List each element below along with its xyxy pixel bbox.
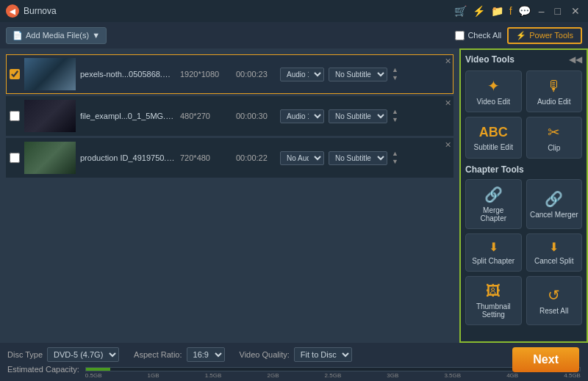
- table-row: ✕ production ID_4919750.vob 720*480 00:0…: [6, 138, 453, 178]
- cancel-split-label: Cancel Split: [534, 257, 573, 265]
- row-close-button[interactable]: ✕: [445, 57, 451, 66]
- video-quality-group: Video Quality: Fit to Disc: [240, 347, 352, 362]
- panel-collapse-icon[interactable]: ◀◀: [569, 54, 582, 65]
- bottom-bar: Disc Type DVD-5 (4.7G) Aspect Ratio: 16:…: [0, 343, 588, 381]
- chapter-tools-grid: 🔗 Merge Chapter 🔗 Cancel Merger ⬇ Split …: [465, 179, 582, 325]
- left-panel: ✕ pexels-noth...0505868.mp4 1920*1080 00…: [0, 48, 459, 343]
- split-chapter-button[interactable]: ⬇ Split Chapter: [465, 233, 522, 272]
- file-thumbnail-3: [24, 142, 76, 174]
- titlebar-left: ◀ Burnova: [6, 4, 57, 18]
- power-icon: ⚡: [516, 31, 526, 40]
- next-button[interactable]: Next: [512, 347, 579, 372]
- cancel-split-icon: ⬇: [549, 240, 559, 254]
- capacity-ticks: 0.5GB 1GB 1.5GB 2GB 2.5GB 3GB 3.5GB 4GB …: [85, 372, 581, 379]
- file-duration-1: 00:00:23: [236, 70, 276, 79]
- cancel-merger-label: Cancel Merger: [530, 211, 578, 219]
- toolbar: 📄 Add Media File(s) ▼ Check All ⚡ Power …: [0, 22, 588, 48]
- app-title: Burnova: [24, 6, 57, 16]
- minimize-button[interactable]: –: [537, 5, 547, 17]
- capacity-label: Estimated Capacity:: [7, 365, 79, 374]
- video-quality-select[interactable]: Fit to Disc: [294, 347, 352, 362]
- table-row: ✕ pexels-noth...0505868.mp4 1920*1080 00…: [6, 54, 453, 94]
- disc-type-label: Disc Type: [7, 350, 43, 359]
- file-checkbox-3[interactable]: [10, 153, 20, 163]
- file-subtitle-select-2[interactable]: No Subtitle: [329, 109, 387, 123]
- merge-chapter-button[interactable]: 🔗 Merge Chapter: [465, 179, 522, 229]
- check-all-checkbox[interactable]: [455, 31, 465, 40]
- file-list: ✕ pexels-noth...0505868.mp4 1920*1080 00…: [6, 54, 453, 337]
- video-tools-title: Video Tools: [465, 54, 514, 65]
- arrow-down-2[interactable]: ▼: [392, 117, 398, 123]
- capacity-bar-bg: [85, 367, 581, 371]
- maximize-button[interactable]: □: [553, 5, 563, 17]
- file-arrows-1: ▲ ▼: [392, 67, 398, 81]
- video-quality-label: Video Quality:: [240, 350, 290, 359]
- arrow-up-1[interactable]: ▲: [392, 67, 398, 73]
- thumbnail-setting-label: Thumbnail Setting: [469, 302, 518, 319]
- cancel-merger-button[interactable]: 🔗 Cancel Merger: [526, 179, 583, 229]
- aspect-ratio-select[interactable]: 16:9: [187, 347, 225, 362]
- disc-type-select[interactable]: DVD-5 (4.7G): [47, 347, 119, 362]
- arrow-up-3[interactable]: ▲: [392, 150, 398, 157]
- chat-icon[interactable]: 💬: [518, 5, 531, 17]
- merge-chapter-icon: 🔗: [484, 186, 503, 203]
- reset-all-label: Reset All: [539, 307, 568, 315]
- audio-edit-button[interactable]: 🎙 Audio Edit: [526, 70, 583, 112]
- power-tools-button[interactable]: ⚡ Power Tools: [507, 27, 582, 44]
- file-resolution-1: 1920*1080: [180, 70, 232, 79]
- file-checkbox-1[interactable]: [10, 69, 20, 79]
- cart-icon[interactable]: 🛒: [454, 5, 467, 17]
- cancel-merger-icon: 🔗: [545, 190, 563, 208]
- right-panel: Video Tools ◀◀ ✦ Video Edit 🎙 Audio Edit…: [459, 48, 588, 343]
- titlebar-right: 🛒 ⚡ 📁 f 💬 – □ ✕: [454, 5, 582, 17]
- file-icon: 📄: [12, 31, 23, 40]
- aspect-ratio-group: Aspect Ratio: 16:9: [134, 347, 224, 362]
- arrow-up-2[interactable]: ▲: [392, 109, 398, 115]
- file-audio-select-2[interactable]: Audio 1: [280, 109, 324, 123]
- thumbnail-setting-button[interactable]: 🖼 Thumbnail Setting: [465, 276, 522, 325]
- disc-type-group: Disc Type DVD-5 (4.7G): [7, 347, 119, 362]
- app-logo: ◀: [6, 4, 19, 18]
- file-resolution-3: 720*480: [180, 153, 232, 162]
- merge-chapter-label: Merge Chapter: [469, 206, 518, 222]
- file-audio-select-3[interactable]: No Audio: [280, 151, 324, 165]
- capacity-bar-container: 0.5GB 1GB 1.5GB 2GB 2.5GB 3GB 3.5GB 4GB …: [85, 366, 581, 373]
- file-arrows-2: ▲ ▼: [392, 109, 398, 123]
- clip-label: Clip: [548, 144, 560, 152]
- row-close-button[interactable]: ✕: [445, 98, 451, 108]
- file-thumbnail-1: [24, 58, 76, 90]
- row-close-button[interactable]: ✕: [445, 140, 451, 150]
- file-arrows-3: ▲ ▼: [392, 150, 398, 165]
- file-duration-2: 00:00:30: [236, 112, 276, 120]
- file-audio-select-1[interactable]: Audio 1: [280, 68, 324, 81]
- arrow-down-1[interactable]: ▼: [392, 75, 398, 81]
- clip-button[interactable]: ✂ Clip: [526, 117, 583, 159]
- file-thumbnail-2: [24, 100, 76, 132]
- video-edit-button[interactable]: ✦ Video Edit: [465, 70, 522, 112]
- split-chapter-label: Split Chapter: [472, 257, 514, 265]
- capacity-bar-row: Estimated Capacity: 0.5GB 1GB 1.5GB 2GB …: [7, 365, 581, 374]
- check-all-label[interactable]: Check All: [455, 31, 501, 40]
- toolbar-right: Check All ⚡ Power Tools: [455, 27, 582, 44]
- folder-icon[interactable]: 📁: [491, 5, 503, 17]
- video-tools-header: Video Tools ◀◀: [465, 54, 582, 65]
- subtitle-edit-button[interactable]: ABC Subtitle Edit: [465, 117, 522, 159]
- add-media-button[interactable]: 📄 Add Media File(s) ▼: [6, 27, 107, 44]
- video-tools-grid: ✦ Video Edit 🎙 Audio Edit ABC Subtitle E…: [465, 70, 582, 159]
- cancel-split-button[interactable]: ⬇ Cancel Split: [526, 233, 583, 272]
- close-button[interactable]: ✕: [569, 5, 582, 17]
- titlebar: ◀ Burnova 🛒 ⚡ 📁 f 💬 – □ ✕: [0, 0, 588, 22]
- facebook-icon[interactable]: f: [509, 5, 512, 17]
- audio-edit-icon: 🎙: [547, 78, 562, 95]
- file-subtitle-select-1[interactable]: No Subtitle: [329, 68, 387, 81]
- file-subtitle-select-3[interactable]: No Subtitle: [329, 151, 387, 165]
- arrow-down-3[interactable]: ▼: [392, 159, 398, 165]
- file-name-2: file_exampl...0_1_5MG.mkv: [80, 112, 176, 120]
- reset-all-button[interactable]: ↺ Reset All: [526, 276, 583, 325]
- bottom-settings: Disc Type DVD-5 (4.7G) Aspect Ratio: 16:…: [7, 347, 581, 362]
- subtitle-edit-label: Subtitle Edit: [474, 143, 513, 151]
- file-checkbox-2[interactable]: [10, 111, 20, 121]
- clip-icon: ✂: [548, 123, 560, 141]
- lightning-icon[interactable]: ⚡: [473, 5, 485, 17]
- main-area: ✕ pexels-noth...0505868.mp4 1920*1080 00…: [0, 48, 588, 343]
